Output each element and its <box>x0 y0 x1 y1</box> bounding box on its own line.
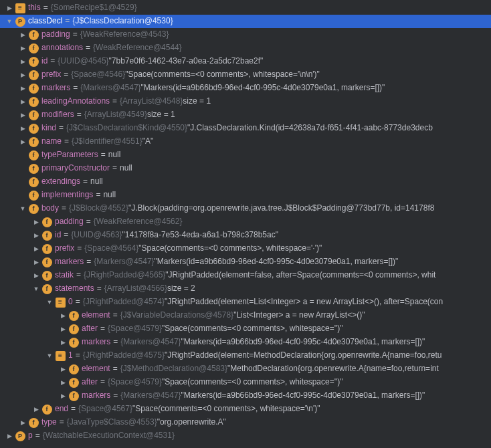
chevron-right-icon[interactable]: ▶ <box>58 311 68 320</box>
chevron-right-icon[interactable]: ▶ <box>17 124 28 133</box>
chevron-right-icon[interactable]: ▶ <box>4 3 15 13</box>
equals-sign: = <box>50 55 55 68</box>
tree-row[interactable]: ▶fmarkers={Markers@4547} "Markers(id=a9b… <box>0 389 491 403</box>
field-icon: f <box>68 390 79 401</box>
field-icon: f <box>41 270 52 281</box>
equals-sign: = <box>64 229 68 241</box>
tree-row[interactable]: ▼PclassDecl={J$ClassDeclaration@4530} <box>0 15 491 28</box>
tree-row[interactable]: ▶fpadding={WeakReference@4543} <box>0 28 491 41</box>
tree-row[interactable]: ▶felement={J$VariableDeclarations@4578} … <box>0 309 491 322</box>
chevron-right-icon[interactable]: ▶ <box>17 57 28 66</box>
variable-name: kind <box>41 122 56 134</box>
variable-value: "7bb7e0f6-1462-43e7-a0ea-2a5dc72bae2f" <box>109 55 264 68</box>
tree-row[interactable]: fprimaryConstructor=null <box>0 162 491 175</box>
variable-name: type <box>41 416 57 429</box>
tree-row[interactable]: fimplementings=null <box>0 189 491 202</box>
debugger-variables-tree[interactable]: ▶≡this={SomeRecipe$1@4529}▼PclassDecl={J… <box>0 0 491 444</box>
tree-row[interactable]: ftypeParameters=null <box>0 148 491 162</box>
chevron-down-icon[interactable]: ▼ <box>44 298 55 307</box>
chevron-right-icon[interactable]: ▶ <box>31 257 41 267</box>
chevron-right-icon[interactable]: ▶ <box>17 70 28 80</box>
chevron-right-icon[interactable]: ▶ <box>17 43 28 53</box>
chevron-right-icon[interactable]: ▶ <box>17 84 28 93</box>
tree-row[interactable]: ▼fbody={J$Block@4552} "J.Block(padding=o… <box>0 202 491 215</box>
chevron-right-icon[interactable]: ▶ <box>58 364 68 374</box>
object-reference: {J$Identifier@4551} <box>72 135 142 148</box>
chevron-right-icon[interactable]: ▶ <box>17 110 28 120</box>
chevron-right-icon[interactable]: ▶ <box>31 271 41 280</box>
variable-name: padding <box>41 28 70 41</box>
chevron-right-icon[interactable]: ▶ <box>58 324 68 334</box>
tree-row[interactable]: ▶fstatik={JRightPadded@4565} "JRightPadd… <box>0 269 491 282</box>
equals-sign: = <box>113 389 118 402</box>
chevron-right-icon[interactable]: ▶ <box>58 378 68 387</box>
tree-row[interactable]: ▶fmarkers={Markers@4547} "Markers(id=a9b… <box>0 82 491 95</box>
tree-row[interactable]: ▶fend={Space@4567} "Space(comments=<0 co… <box>0 403 491 416</box>
chevron-down-icon[interactable]: ▼ <box>44 351 55 360</box>
equals-sign: = <box>65 15 70 27</box>
tree-row[interactable]: ▶fmodifiers={ArrayList@4549} size = 1 <box>0 108 491 122</box>
chevron-right-icon[interactable]: ▶ <box>17 418 28 427</box>
variable-value: "org.openrewrite.A" <box>157 416 226 429</box>
chevron-right-icon[interactable]: ▶ <box>17 30 28 39</box>
object-reference: {Markers@4547} <box>120 336 181 348</box>
tree-row[interactable]: ▶Pp={WatchableExecutionContext@4531} <box>0 429 491 443</box>
field-icon: f <box>28 136 39 147</box>
equals-sign: = <box>64 68 68 81</box>
equals-sign: = <box>35 429 40 442</box>
chevron-down-icon[interactable]: ▼ <box>31 284 41 294</box>
tree-row[interactable]: ▼≡1={JRightPadded@4575} "JRightPadded(el… <box>0 349 491 362</box>
chevron-right-icon[interactable]: ▶ <box>31 217 41 227</box>
tree-row[interactable]: ▼fstatements={ArrayList@4566} size = 2 <box>0 282 491 296</box>
tree-row[interactable]: ▶fpadding={WeakReference@4562} <box>0 215 491 229</box>
tree-row[interactable]: ▼≡0={JRightPadded@4574} "JRightPadded(el… <box>0 296 491 309</box>
object-reference: {J$MethodDeclaration@4583} <box>120 362 227 375</box>
tree-row[interactable]: ▶fprefix={Space@4564} "Space(comments=<0… <box>0 242 491 255</box>
variable-value: "JRightPadded(element=MethodDeclaration{… <box>165 349 442 362</box>
tree-row[interactable]: fextendings=null <box>0 175 491 189</box>
tree-row[interactable]: ▶fleadingAnnotations={ArrayList@4548} si… <box>0 95 491 108</box>
chevron-right-icon[interactable]: ▶ <box>58 338 68 347</box>
object-reference: {Space@4579} <box>108 376 162 388</box>
equals-sign: = <box>77 242 82 255</box>
tree-row[interactable]: ▶fafter={Space@4579} "Space(comments=<0 … <box>0 322 491 336</box>
equals-sign: = <box>43 1 48 14</box>
tree-row[interactable]: ▶fprefix={Space@4546} "Space(comments=<0… <box>0 68 491 82</box>
equals-sign: = <box>62 202 66 215</box>
equals-sign: = <box>96 189 100 201</box>
field-icon: f <box>68 324 79 334</box>
equals-sign: = <box>60 416 64 429</box>
tree-row[interactable]: ▶fmarkers={Markers@4547} "Markers(id=a9b… <box>0 255 491 269</box>
chevron-right-icon[interactable]: ▶ <box>31 244 41 253</box>
variable-value: null <box>103 189 116 201</box>
chevron-down-icon[interactable]: ▼ <box>4 17 15 26</box>
chevron-right-icon[interactable]: ▶ <box>17 97 28 106</box>
tree-row[interactable]: ▶fid={UUID@4563} "14178f8a-7e53-4eda-a6a… <box>0 229 491 242</box>
variable-value: "A" <box>142 135 154 148</box>
chevron-right-icon[interactable]: ▶ <box>58 391 68 401</box>
field-icon: f <box>41 230 52 241</box>
equals-sign: = <box>113 336 118 348</box>
equals-sign: = <box>77 108 82 121</box>
object-reference: {JRightPadded@4574} <box>83 296 165 308</box>
chevron-down-icon[interactable]: ▼ <box>17 204 28 213</box>
tree-row[interactable]: ▶fid={UUID@4545} "7bb7e0f6-1462-43e7-a0e… <box>0 55 491 68</box>
variable-value: "J.Block(padding=org.openrewrite.java.tr… <box>128 202 434 215</box>
variable-value: "JRightPadded(element=List<Integer> a = … <box>165 296 443 308</box>
tree-row[interactable]: ▶fannotations={WeakReference@4544} <box>0 41 491 55</box>
chevron-right-icon[interactable]: ▶ <box>31 231 41 240</box>
variable-name: 1 <box>68 349 73 362</box>
chevron-right-icon[interactable]: ▶ <box>17 137 28 146</box>
tree-row[interactable]: ▶fkind={J$ClassDeclaration$Kind@4550} "J… <box>0 122 491 135</box>
equals-sign: = <box>101 148 106 161</box>
tree-row[interactable]: ▶felement={J$MethodDeclaration@4583} "Me… <box>0 362 491 376</box>
tree-row[interactable]: ▶fafter={Space@4579} "Space(comments=<0 … <box>0 376 491 389</box>
tree-row[interactable]: ▶fmarkers={Markers@4547} "Markers(id=a9b… <box>0 336 491 349</box>
tree-row[interactable]: ▶ftype={JavaType$Class@4553} "org.openre… <box>0 416 491 429</box>
tree-row[interactable]: ▶≡this={SomeRecipe$1@4529} <box>0 1 491 15</box>
variable-value: "MethodDeclaration{org.openrewrite.A{nam… <box>227 362 439 375</box>
tree-row[interactable]: ▶fname={J$Identifier@4551} "A" <box>0 135 491 148</box>
variable-name: id <box>41 55 47 68</box>
chevron-right-icon[interactable]: ▶ <box>31 405 41 414</box>
chevron-right-icon[interactable]: ▶ <box>4 431 15 441</box>
